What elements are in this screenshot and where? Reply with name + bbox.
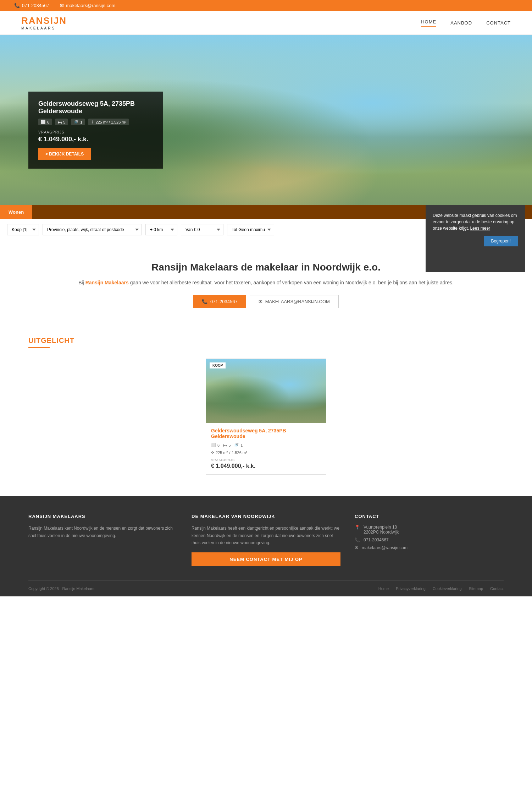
nav-item-home[interactable]: HOME (421, 19, 436, 27)
filter-location[interactable]: Provincie, plaats, wijk, straat of postc… (43, 224, 142, 235)
footer-col-2: DE MAKELAAR VAN NOORDWIJK Ransijn Makela… (192, 514, 340, 566)
top-bar-email-address: makelaars@ransijn.com (66, 3, 116, 8)
nav-item-aanbod[interactable]: AANBOD (450, 20, 472, 26)
filter-type[interactable]: Koop [1] (7, 224, 39, 235)
property-price-label: VRAAGPRIJS (211, 458, 321, 462)
about-title-middle: de makelaar in (238, 262, 312, 273)
prop-baths: 🚿 1 (234, 443, 243, 447)
email-icon-footer: ✉ (355, 545, 358, 550)
prop-rooms-val: 6 (217, 443, 220, 447)
search-tab-wonen[interactable]: Wonen (0, 205, 32, 219)
prop-beds-val: 5 (228, 443, 231, 447)
cookie-link[interactable]: Lees meer (470, 226, 490, 231)
nav-item-contact[interactable]: CONTACT (486, 20, 511, 26)
footer-link-privacy[interactable]: Privacyverklaring (396, 586, 426, 591)
cookie-banner: Deze website maakt gebruik van cookies o… (426, 205, 525, 272)
property-card: KOOP Gelderswoudseweg 5A, 2735PB Gelders… (206, 359, 326, 475)
property-price: € 1.049.000,- k.k. (211, 463, 321, 469)
footer-link-contact[interactable]: Contact (490, 586, 504, 591)
search-wrapper: Wonen Koop [1] Provincie, plaats, wijk, … (0, 205, 532, 240)
property-size: ⊹ 225 m² / 1.526 m² (211, 450, 321, 455)
filter-radius[interactable]: + 0 km (145, 224, 177, 235)
footer-grid: RANSIJN MAKELAARS Ransijn Makelaars kent… (28, 514, 504, 580)
top-bar-phone-number: 071-2034567 (22, 3, 49, 8)
filter-price-to[interactable]: Tot Geen maximu (227, 224, 274, 235)
prop-beds: 🛏 5 (223, 443, 231, 447)
prop-size-val: 225 m² (216, 450, 228, 455)
footer-col-3: CONTACT 📍 Vuurtorenplein 18 2202PC Noord… (355, 514, 504, 566)
bath-icon: 🚿 (234, 443, 239, 447)
footer-col2-title: DE MAKELAAR VAN NOORDWIJK (192, 514, 340, 519)
rooms-icon: ⬜ (41, 120, 46, 124)
property-image-bg (206, 359, 326, 423)
email-icon: ✉ (60, 3, 64, 8)
footer-link-sitemap[interactable]: Sitemap (469, 586, 483, 591)
property-info: Gelderswoudseweg 5A, 2735PB Gelderswoude… (206, 423, 326, 474)
about-email-button[interactable]: ✉ MAKELAARS@RANSIJN.COM (250, 295, 339, 308)
main-nav: HOME AANBOD CONTACT (421, 19, 511, 27)
featured-grid: KOOP Gelderswoudseweg 5A, 2735PB Gelders… (28, 359, 504, 475)
footer-email-val: makelaars@ransijn.com (362, 545, 408, 550)
featured-title: UITGELICHT (28, 337, 504, 345)
rooms-icon: ⬜ (211, 443, 216, 447)
footer: RANSIJN MAKELAARS Ransijn Makelaars kent… (0, 496, 532, 596)
footer-address-line1: Vuurtorenplein 18 (364, 525, 399, 530)
footer-col-1: RANSIJN MAKELAARS Ransijn Makelaars kent… (28, 514, 177, 566)
hero-beds-value: 5 (63, 120, 65, 124)
hero-area: ⊹ 225 m² / 1.526 m² (88, 119, 129, 125)
footer-phone: 📞 071-2034567 (355, 537, 504, 542)
logo-text: RANSIJN (21, 15, 67, 26)
property-features: ⬜ 6 🛏 5 🚿 1 (211, 443, 321, 447)
pin-icon: 📍 (355, 525, 360, 530)
email-icon-btn: ✉ (259, 299, 262, 304)
cookie-accept-button[interactable]: Begrepen! (484, 236, 518, 246)
hero-rooms: ⬜ 6 (38, 119, 52, 125)
hero-beds: 🛏 5 (55, 119, 68, 125)
property-name[interactable]: Gelderswoudseweg 5A, 2735PB Gelderswoude (211, 428, 321, 439)
footer-col3-title: CONTACT (355, 514, 504, 519)
footer-link-cookies[interactable]: Cookieverklaring (433, 586, 462, 591)
top-bar: 📞 071-2034567 ✉ makelaars@ransijn.com (0, 0, 532, 11)
property-image: KOOP (206, 359, 326, 423)
hero-price: € 1.049.000,- k.k. (38, 136, 153, 143)
top-bar-email[interactable]: ✉ makelaars@ransijn.com (60, 3, 116, 8)
footer-bottom-links: Home Privacyverklaring Cookieverklaring … (378, 586, 504, 591)
featured-section: UITGELICHT KOOP Gelderswoudseweg 5A, 273… (0, 322, 532, 496)
top-bar-phone[interactable]: 📞 071-2034567 (14, 3, 49, 8)
bed-icon: 🛏 (58, 120, 62, 124)
header: RANSIJN MAKELAARS HOME AANBOD CONTACT (0, 11, 532, 35)
logo-sub: MAKELAARS (21, 26, 56, 30)
about-phone-button[interactable]: 📞 071-2034567 (193, 295, 246, 308)
phone-icon-btn: 📞 (202, 299, 207, 304)
footer-link-home[interactable]: Home (378, 586, 389, 591)
filter-price-from[interactable]: Van € 0 (181, 224, 223, 235)
footer-bottom: Copyright © 2025 - Ransijn Makelaars Hom… (28, 580, 504, 596)
prop-plot-val: 1.526 m² (232, 450, 247, 455)
hero-price-label: VRAAGPRIJS (38, 130, 153, 134)
hero-section: Gelderswoudseweg 5A, 2735PB Gelderswoude… (0, 35, 532, 205)
about-title-suffix: e.o. (361, 262, 381, 273)
prop-baths-val: 1 (240, 443, 243, 447)
footer-email: ✉ makelaars@ransijn.com (355, 545, 504, 550)
logo[interactable]: RANSIJN MAKELAARS (21, 15, 67, 30)
phone-icon-footer: 📞 (355, 537, 360, 542)
hero-details-button[interactable]: > BEKIJK DETAILS (38, 148, 91, 160)
about-title-brand: Ransijn Makelaars (151, 262, 238, 273)
hero-features: ⬜ 6 🛏 5 🚿 1 ⊹ 225 m² / 1.526 m² (38, 119, 153, 125)
about-description: Bij Ransijn Makelaars gaan we voor het a… (71, 279, 461, 286)
footer-col1-title: RANSIJN MAKELAARS (28, 514, 177, 519)
size-icon: ⊹ (211, 450, 214, 455)
footer-address-line2: 2202PC Noordwijk (364, 530, 399, 535)
hero-baths: 🚿 1 (71, 119, 85, 125)
hero-rooms-value: 6 (47, 120, 49, 124)
bath-icon: 🚿 (74, 120, 79, 124)
about-buttons: 📞 071-2034567 ✉ MAKELAARS@RANSIJN.COM (71, 295, 461, 308)
cookie-text: Deze website maakt gebruik van cookies o… (433, 212, 518, 231)
footer-col1-text: Ransijn Makelaars kent Noordwijk en de m… (28, 525, 177, 539)
hero-overlay: Gelderswoudseweg 5A, 2735PB Gelderswoude… (28, 92, 163, 169)
footer-col2-text: Ransijn Makelaars heeft een klantgericht… (192, 525, 340, 546)
property-badge: KOOP (210, 362, 226, 368)
area-icon: ⊹ (91, 120, 94, 124)
footer-cta-button[interactable]: NEEM CONTACT MET MIJ OP (192, 552, 340, 566)
bed-icon: 🛏 (223, 443, 227, 447)
